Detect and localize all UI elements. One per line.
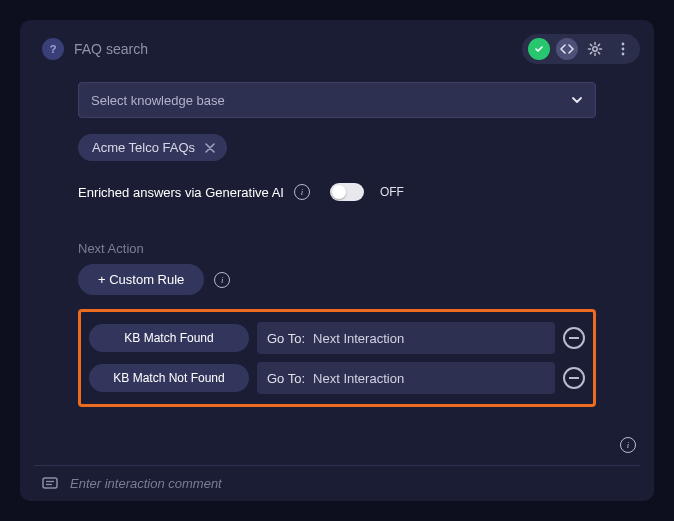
kb-chip: Acme Telco FAQs (78, 134, 227, 161)
title-wrap: ? FAQ search (42, 38, 148, 60)
destination-value: Next Interaction (313, 371, 404, 386)
rule-row-match-not-found: KB Match Not Found Go To: Next Interacti… (89, 362, 585, 394)
enriched-toggle[interactable] (330, 183, 364, 201)
panel-header: ? FAQ search (34, 34, 640, 64)
add-custom-rule-button[interactable]: + Custom Rule (78, 264, 204, 295)
close-icon[interactable] (205, 143, 215, 153)
chevron-down-icon (571, 96, 583, 104)
toggle-state-label: OFF (380, 185, 404, 199)
kb-chip-label: Acme Telco FAQs (92, 140, 195, 155)
remove-rule-button[interactable] (563, 367, 585, 389)
rule-action-select[interactable]: Go To: Next Interaction (257, 362, 555, 394)
kb-select-placeholder: Select knowledge base (91, 93, 225, 108)
svg-point-3 (622, 53, 625, 56)
enriched-answers-row: Enriched answers via Generative AI i OFF (78, 183, 596, 201)
more-icon[interactable] (612, 38, 634, 60)
info-icon[interactable]: i (294, 184, 310, 200)
rule-action-select[interactable]: Go To: Next Interaction (257, 322, 555, 354)
toggle-knob (332, 185, 346, 199)
goto-label: Go To: (267, 331, 305, 346)
svg-point-2 (622, 48, 625, 51)
comment-row (34, 465, 640, 491)
header-tools (522, 34, 640, 64)
rule-label[interactable]: KB Match Found (89, 324, 249, 352)
rules-highlight-box: KB Match Found Go To: Next Interaction K… (78, 309, 596, 407)
next-action-label: Next Action (78, 241, 596, 256)
goto-label: Go To: (267, 371, 305, 386)
code-button[interactable] (556, 38, 578, 60)
panel-body: Select knowledge base Acme Telco FAQs En… (34, 82, 640, 465)
rule-row-match-found: KB Match Found Go To: Next Interaction (89, 322, 585, 354)
comment-input[interactable] (70, 476, 632, 491)
info-icon[interactable]: i (214, 272, 230, 288)
svg-point-0 (593, 47, 597, 51)
knowledge-base-select[interactable]: Select knowledge base (78, 82, 596, 118)
gear-icon[interactable] (584, 38, 606, 60)
svg-point-1 (622, 43, 625, 46)
destination-value: Next Interaction (313, 331, 404, 346)
panel-info-icon[interactable]: i (620, 436, 636, 453)
faq-search-panel: ? FAQ search Select knowledge base (20, 20, 654, 501)
status-indicator[interactable] (528, 38, 550, 60)
remove-rule-button[interactable] (563, 327, 585, 349)
comment-icon (42, 477, 58, 491)
svg-rect-6 (43, 478, 57, 488)
panel-title: FAQ search (74, 41, 148, 57)
enriched-label: Enriched answers via Generative AI (78, 185, 284, 200)
custom-rule-row: + Custom Rule i (78, 264, 596, 295)
rule-label[interactable]: KB Match Not Found (89, 364, 249, 392)
question-icon: ? (42, 38, 64, 60)
